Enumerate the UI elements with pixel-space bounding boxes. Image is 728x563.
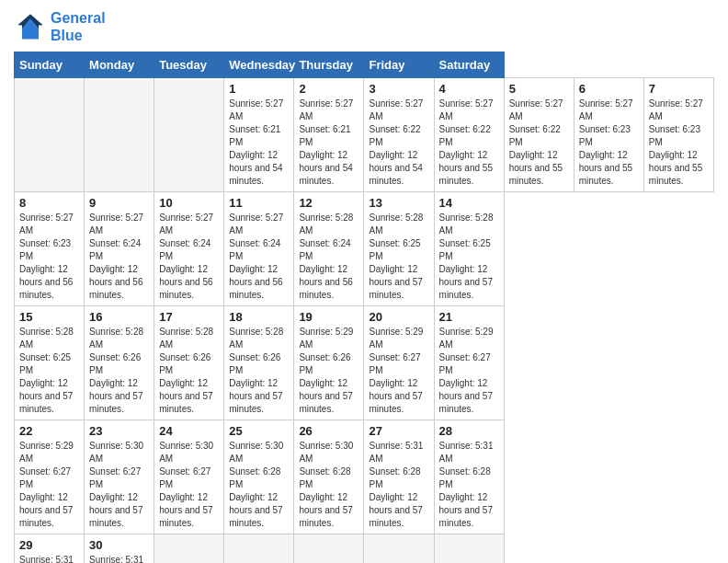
day-info: Sunrise: 5:31 AM Sunset: 6:28 PM Dayligh… [19,554,79,563]
day-info: Sunrise: 5:30 AM Sunset: 6:27 PM Dayligh… [159,440,219,530]
day-info: Sunrise: 5:28 AM Sunset: 6:25 PM Dayligh… [369,212,428,302]
calendar-cell: 11 Sunrise: 5:27 AM Sunset: 6:24 PM Dayl… [224,192,294,306]
day-number: 27 [369,424,428,438]
day-info: Sunrise: 5:27 AM Sunset: 6:24 PM Dayligh… [229,212,289,302]
calendar-cell [154,534,224,563]
calendar-cell: 5 Sunrise: 5:27 AM Sunset: 6:22 PM Dayli… [504,78,574,192]
day-info: Sunrise: 5:29 AM Sunset: 6:27 PM Dayligh… [439,326,499,416]
calendar-week-row: 29 Sunrise: 5:31 AM Sunset: 6:28 PM Dayl… [15,534,714,563]
calendar-cell: 28 Sunrise: 5:31 AM Sunset: 6:28 PM Dayl… [434,420,504,534]
calendar-cell: 4 Sunrise: 5:27 AM Sunset: 6:22 PM Dayli… [434,78,504,192]
day-info: Sunrise: 5:28 AM Sunset: 6:25 PM Dayligh… [19,326,79,416]
calendar-cell: 12 Sunrise: 5:28 AM Sunset: 6:24 PM Dayl… [294,192,364,306]
calendar-cell: 2 Sunrise: 5:27 AM Sunset: 6:21 PM Dayli… [294,78,364,192]
day-info: Sunrise: 5:28 AM Sunset: 6:26 PM Dayligh… [229,326,289,416]
day-info: Sunrise: 5:28 AM Sunset: 6:26 PM Dayligh… [89,326,149,416]
calendar-cell: 21 Sunrise: 5:29 AM Sunset: 6:27 PM Dayl… [434,306,504,420]
day-number: 21 [439,310,499,324]
calendar-body: 1 Sunrise: 5:27 AM Sunset: 6:21 PM Dayli… [15,78,714,563]
day-number: 7 [649,82,709,96]
calendar-cell [434,534,504,563]
day-number: 8 [19,196,79,210]
calendar-table: SundayMondayTuesdayWednesdayThursdayFrid… [14,52,714,563]
day-number: 26 [299,424,358,438]
calendar-week-row: 15 Sunrise: 5:28 AM Sunset: 6:25 PM Dayl… [15,306,714,420]
day-number: 25 [229,424,289,438]
day-info: Sunrise: 5:29 AM Sunset: 6:27 PM Dayligh… [369,326,428,416]
day-number: 12 [299,196,358,210]
day-info: Sunrise: 5:30 AM Sunset: 6:27 PM Dayligh… [89,440,149,530]
weekday-header: Sunday [15,52,85,78]
day-info: Sunrise: 5:28 AM Sunset: 6:26 PM Dayligh… [159,326,219,416]
day-number: 29 [19,538,79,552]
day-number: 19 [299,310,358,324]
day-info: Sunrise: 5:27 AM Sunset: 6:23 PM Dayligh… [649,98,709,188]
day-info: Sunrise: 5:27 AM Sunset: 6:21 PM Dayligh… [229,98,289,188]
calendar-cell: 24 Sunrise: 5:30 AM Sunset: 6:27 PM Dayl… [154,420,224,534]
calendar-cell: 18 Sunrise: 5:28 AM Sunset: 6:26 PM Dayl… [224,306,294,420]
weekday-header: Monday [85,52,154,78]
calendar-cell: 10 Sunrise: 5:27 AM Sunset: 6:24 PM Dayl… [154,192,224,306]
day-number: 18 [229,310,289,324]
day-info: Sunrise: 5:27 AM Sunset: 6:22 PM Dayligh… [509,98,569,188]
day-number: 28 [439,424,499,438]
calendar-week-row: 8 Sunrise: 5:27 AM Sunset: 6:23 PM Dayli… [15,192,714,306]
calendar-cell [15,78,85,192]
page-header: General Blue [14,9,714,44]
day-info: Sunrise: 5:28 AM Sunset: 6:25 PM Dayligh… [439,212,499,302]
calendar-cell [364,534,434,563]
calendar-cell: 20 Sunrise: 5:29 AM Sunset: 6:27 PM Dayl… [364,306,434,420]
calendar-cell: 29 Sunrise: 5:31 AM Sunset: 6:28 PM Dayl… [15,534,85,563]
day-number: 24 [159,424,219,438]
day-number: 14 [439,196,499,210]
calendar-cell: 6 Sunrise: 5:27 AM Sunset: 6:23 PM Dayli… [574,78,643,192]
day-info: Sunrise: 5:27 AM Sunset: 6:22 PM Dayligh… [439,98,499,188]
calendar-cell [85,78,154,192]
day-info: Sunrise: 5:31 AM Sunset: 6:28 PM Dayligh… [89,554,149,563]
day-number: 5 [509,82,569,96]
calendar-cell: 9 Sunrise: 5:27 AM Sunset: 6:24 PM Dayli… [85,192,154,306]
weekday-header: Thursday [294,52,364,78]
calendar-cell: 22 Sunrise: 5:29 AM Sunset: 6:27 PM Dayl… [15,420,85,534]
day-number: 15 [19,310,79,324]
logo-text: General Blue [51,9,106,44]
day-number: 10 [159,196,219,210]
day-info: Sunrise: 5:27 AM Sunset: 6:22 PM Dayligh… [369,98,428,188]
day-number: 30 [89,538,149,552]
weekday-header: Saturday [434,52,504,78]
day-info: Sunrise: 5:30 AM Sunset: 6:28 PM Dayligh… [229,440,289,530]
day-number: 20 [369,310,428,324]
calendar-week-row: 22 Sunrise: 5:29 AM Sunset: 6:27 PM Dayl… [15,420,714,534]
weekday-header: Wednesday [224,52,294,78]
calendar-cell: 3 Sunrise: 5:27 AM Sunset: 6:22 PM Dayli… [364,78,434,192]
calendar-cell: 16 Sunrise: 5:28 AM Sunset: 6:26 PM Dayl… [85,306,154,420]
calendar-cell: 17 Sunrise: 5:28 AM Sunset: 6:26 PM Dayl… [154,306,224,420]
calendar-cell: 7 Sunrise: 5:27 AM Sunset: 6:23 PM Dayli… [643,78,713,192]
calendar-cell: 14 Sunrise: 5:28 AM Sunset: 6:25 PM Dayl… [434,192,504,306]
day-number: 22 [19,424,79,438]
day-number: 11 [229,196,289,210]
calendar-cell: 13 Sunrise: 5:28 AM Sunset: 6:25 PM Dayl… [364,192,434,306]
day-info: Sunrise: 5:29 AM Sunset: 6:27 PM Dayligh… [19,440,79,530]
day-info: Sunrise: 5:27 AM Sunset: 6:23 PM Dayligh… [579,98,639,188]
calendar-cell: 23 Sunrise: 5:30 AM Sunset: 6:27 PM Dayl… [85,420,154,534]
calendar-cell [294,534,364,563]
calendar-week-row: 1 Sunrise: 5:27 AM Sunset: 6:21 PM Dayli… [15,78,714,192]
day-info: Sunrise: 5:27 AM Sunset: 6:21 PM Dayligh… [299,98,358,188]
day-number: 9 [89,196,149,210]
calendar-cell: 30 Sunrise: 5:31 AM Sunset: 6:28 PM Dayl… [85,534,154,563]
day-info: Sunrise: 5:31 AM Sunset: 6:28 PM Dayligh… [439,440,499,530]
day-number: 4 [439,82,499,96]
calendar-cell: 1 Sunrise: 5:27 AM Sunset: 6:21 PM Dayli… [224,78,294,192]
day-number: 23 [89,424,149,438]
calendar-cell: 27 Sunrise: 5:31 AM Sunset: 6:28 PM Dayl… [364,420,434,534]
day-number: 2 [299,82,358,96]
day-info: Sunrise: 5:27 AM Sunset: 6:23 PM Dayligh… [19,212,79,302]
day-info: Sunrise: 5:29 AM Sunset: 6:26 PM Dayligh… [299,326,358,416]
logo: General Blue [14,9,106,44]
day-info: Sunrise: 5:28 AM Sunset: 6:24 PM Dayligh… [299,212,358,302]
day-number: 17 [159,310,219,324]
day-number: 16 [89,310,149,324]
day-info: Sunrise: 5:27 AM Sunset: 6:24 PM Dayligh… [89,212,149,302]
calendar-cell [154,78,224,192]
